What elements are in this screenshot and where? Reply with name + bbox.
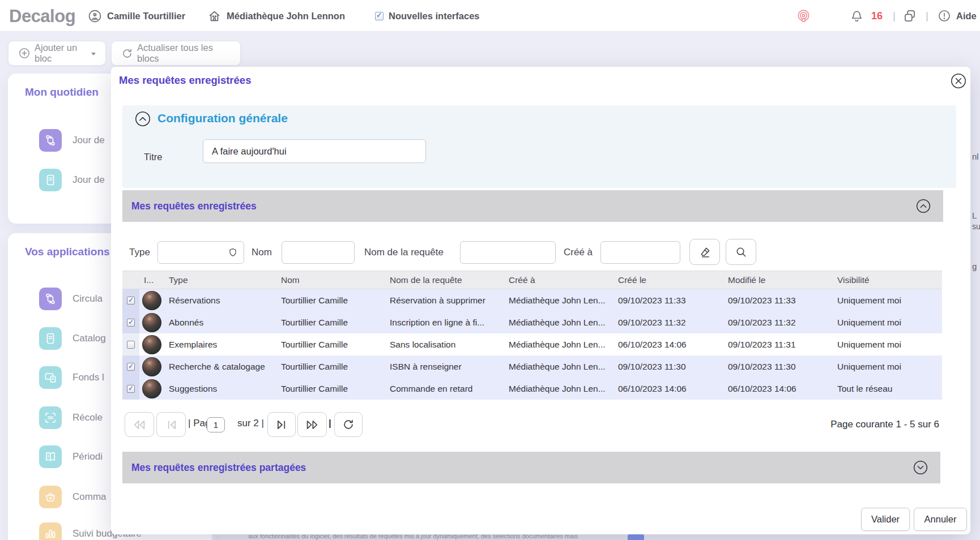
header-divider: |	[926, 10, 928, 22]
page-summary: Page courante 1 - 5 sur 6	[830, 419, 939, 430]
app-logo: Decalog	[9, 6, 75, 27]
cell-query-name: Commande en retard	[385, 384, 504, 394]
column-header: I...	[122, 275, 164, 285]
search-button[interactable]	[726, 239, 756, 265]
column-header: Modifié le	[723, 275, 833, 285]
app-header: Decalog Camille Tourtillier Médiathèque …	[0, 0, 980, 32]
table-header-row: I... Type Nom Nom de la requête Créé à C…	[122, 271, 942, 289]
last-page-button[interactable]	[297, 412, 327, 437]
cell-query-name: Sans localisation	[385, 340, 504, 350]
sidebar-item-circulation[interactable]: Circula	[39, 288, 103, 310]
row-checkbox[interactable]	[127, 341, 135, 349]
row-checkbox[interactable]	[127, 385, 135, 393]
table-row[interactable]: Réservations Tourtillier Camille Réserva…	[122, 289, 942, 311]
daily-card-title: Mon quotidien	[25, 86, 99, 98]
cell-created-on: 06/10/2023 14:06	[613, 384, 723, 394]
cell-modified-on: 09/10/2023 11:33	[723, 295, 833, 306]
type-filter-select[interactable]	[157, 241, 244, 264]
user-name: Camille Tourtillier	[107, 11, 185, 22]
name-filter-input[interactable]	[282, 241, 355, 264]
screen-icon	[39, 366, 62, 389]
next-page-button[interactable]	[267, 412, 296, 437]
notifications-bell[interactable]	[850, 0, 864, 32]
sidebar-item-jour-de-2[interactable]: Jour de	[39, 169, 105, 191]
cell-modified-on: 06/10/2023 14:06	[723, 384, 833, 394]
saved-queries-section-bar: Mes requêtes enregistrées	[122, 190, 943, 222]
cell-type: Suggestions	[164, 384, 276, 394]
sidebar-item-recolement[interactable]: Récole	[39, 406, 103, 429]
library-menu[interactable]: Médiathèque John Lennon	[207, 0, 345, 32]
collapse-up-icon[interactable]	[916, 199, 931, 213]
table-row[interactable]: Abonnés Tourtillier Camille Inscription …	[122, 311, 942, 333]
scan-icon	[39, 406, 62, 429]
query-name-filter-input[interactable]	[460, 241, 556, 264]
sidebar-item-catalogage[interactable]: Catalog	[39, 327, 106, 350]
column-header: Nom de la requête	[385, 275, 504, 285]
info-icon	[938, 9, 951, 23]
sidebar-item-periodiques[interactable]: Périodi	[39, 445, 103, 468]
sidebar-item-jour-de-1[interactable]: Jour de	[39, 129, 105, 152]
row-checkbox[interactable]	[127, 297, 135, 305]
general-config-section: Configuration générale Titre	[122, 105, 956, 188]
help-label: Aide	[956, 11, 977, 22]
column-header: Type	[164, 275, 276, 285]
collapse-down-icon[interactable]	[913, 460, 928, 475]
cell-modified-on: 09/10/2023 11:31	[723, 340, 833, 350]
first-page-button[interactable]	[125, 412, 154, 437]
cell-created-on: 09/10/2023 11:32	[613, 318, 723, 328]
modal-title: Mes requêtes enregistrées	[119, 74, 251, 87]
user-menu[interactable]: Camille Tourtillier	[88, 0, 185, 32]
created-at-filter-input[interactable]	[600, 241, 680, 264]
edge-text-fragment: nl	[972, 152, 979, 161]
row-checkbox[interactable]	[127, 363, 135, 371]
pagination-separator: |	[329, 418, 331, 429]
sidebar-item-commandes[interactable]: Comma	[39, 486, 106, 508]
cell-visibility: Uniquement moi	[833, 362, 942, 372]
row-checkbox[interactable]	[127, 319, 135, 327]
new-interfaces-label: Nouvelles interfaces	[389, 11, 480, 22]
sidebar-item-label: Comma	[73, 491, 106, 503]
cell-query-name: ISBN à renseigner	[385, 362, 504, 372]
new-interfaces-checkbox[interactable]	[375, 12, 384, 20]
broadcast-target-icon[interactable]	[796, 0, 811, 32]
clear-filters-button[interactable]	[689, 239, 720, 265]
page-number-input[interactable]	[207, 417, 225, 432]
windows-stack-icon[interactable]	[902, 0, 917, 32]
pagination-bar: | Page sur 2 | | Page courante 1 - 5 sur…	[111, 412, 970, 438]
cell-query-name: Réservation à supprimer	[385, 295, 504, 306]
titre-input[interactable]	[203, 139, 426, 163]
previous-page-button[interactable]	[156, 412, 186, 437]
cell-created-on: 09/10/2023 11:30	[613, 362, 723, 372]
validate-button[interactable]: Valider	[861, 508, 910, 531]
cell-name: Tourtillier Camille	[276, 384, 385, 394]
sidebar-item-fonds[interactable]: Fonds l	[39, 366, 104, 389]
cell-visibility: Tout le réseau	[833, 384, 942, 394]
refresh-list-button[interactable]	[334, 412, 363, 437]
help-menu[interactable]: Aide	[938, 0, 980, 32]
refresh-all-label: Actualiser tous les blocs	[137, 42, 231, 64]
table-row[interactable]: Suggestions Tourtillier Camille Commande…	[122, 378, 942, 400]
sidebar-item-label: Jour de	[73, 174, 105, 186]
edge-text-fragment: L	[972, 211, 977, 220]
eraser-icon	[698, 246, 711, 259]
add-block-button[interactable]: Ajouter un bloc	[8, 41, 106, 66]
sidebar-item-label: Circula	[73, 293, 103, 305]
sidebar-item-label: Récole	[73, 412, 103, 423]
table-row[interactable]: Exemplaires Tourtillier Camille Sans loc…	[122, 333, 942, 355]
cell-modified-on: 09/10/2023 11:32	[723, 318, 833, 328]
cancel-button[interactable]: Annuler	[914, 508, 967, 531]
cell-created-at: Médiathèque John Len...	[504, 340, 613, 350]
avatar	[142, 313, 161, 332]
table-row[interactable]: Recherche & catalogage Tourtillier Camil…	[122, 355, 942, 378]
library-name: Médiathèque John Lennon	[227, 11, 345, 22]
cell-name: Tourtillier Camille	[276, 340, 385, 350]
collapse-up-icon[interactable]	[135, 111, 151, 127]
created-at-filter-label: Créé à	[564, 241, 593, 264]
saved-queries-modal: Mes requêtes enregistrées Configuration …	[111, 67, 970, 534]
sidebar-item-label: Périodi	[73, 451, 103, 462]
new-interfaces-toggle[interactable]: Nouvelles interfaces	[375, 0, 480, 32]
close-icon[interactable]	[951, 73, 966, 89]
refresh-all-blocks-button[interactable]: Actualiser tous les blocs	[111, 41, 241, 66]
cell-created-at: Médiathèque John Len...	[504, 295, 613, 306]
sidebar-item-label: Fonds l	[73, 372, 104, 383]
